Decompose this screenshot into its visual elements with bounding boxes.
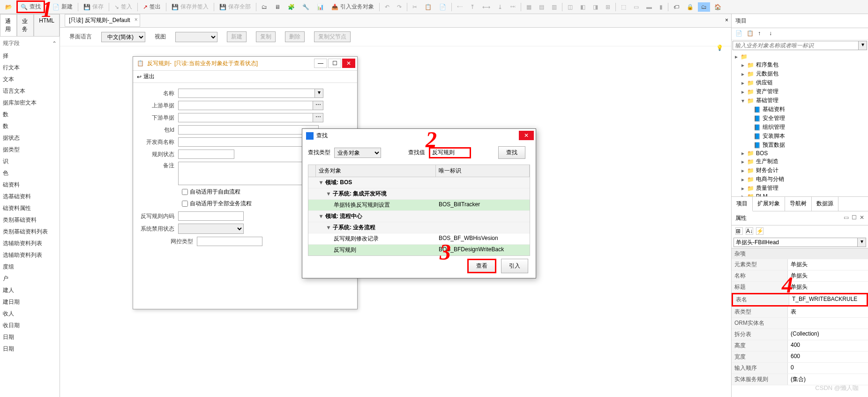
doc-delete-btn[interactable]: 删除 <box>285 31 305 42</box>
tree-node[interactable]: ▸📁资产管理 <box>733 87 866 96</box>
property-row[interactable]: 名称单据头 <box>732 270 868 282</box>
tree-node[interactable]: 📘安全管理 <box>733 114 866 123</box>
left-item[interactable]: 日期 <box>0 343 60 355</box>
tree-node[interactable]: ▸📁质量管理 <box>733 184 866 193</box>
tree-node[interactable]: ▸📁供应链 <box>733 78 866 87</box>
lightbulb-icon[interactable]: 💡 <box>716 45 726 54</box>
chevron-up-icon[interactable]: ⌃ <box>52 40 57 47</box>
left-item[interactable]: 类别基础资料 <box>0 214 60 226</box>
tree-node[interactable]: ▸📁BOS <box>733 150 866 157</box>
checkout-button[interactable]: ↗ 签出 <box>140 1 164 12</box>
auto-all-checkbox[interactable] <box>182 201 188 207</box>
minimize-button[interactable]: — <box>314 59 327 68</box>
tb-g2[interactable]: ↷ <box>394 2 405 12</box>
toolbar-open[interactable]: 📂 <box>2 2 15 12</box>
upstream-input[interactable] <box>178 101 313 110</box>
tree-node[interactable]: ▸📁生产制造 <box>733 157 866 166</box>
left-item[interactable]: 建人 <box>0 285 60 296</box>
project-search-input[interactable] <box>733 41 859 50</box>
tree-node[interactable]: ▾📁基础管理 <box>733 96 866 105</box>
find-type-select[interactable]: 业务对象 <box>334 148 381 158</box>
downstream-input[interactable] <box>178 113 313 122</box>
left-item[interactable]: 收人 <box>0 308 60 320</box>
props-element-drop[interactable]: ▾ <box>858 238 866 247</box>
left-item[interactable]: 据状态 <box>0 132 60 144</box>
tb-d3[interactable]: ▬ <box>643 2 655 12</box>
tb-e1[interactable]: 🏷 <box>670 2 682 12</box>
view-select[interactable] <box>175 32 217 42</box>
left-item[interactable]: 收日期 <box>0 320 60 331</box>
left-item[interactable]: 度组 <box>0 261 60 273</box>
name-dropdown[interactable]: ▾ <box>315 89 323 98</box>
tab-extend[interactable]: 扩展对象 <box>753 197 785 211</box>
left-item[interactable]: 识 <box>0 156 60 167</box>
doc-new-btn[interactable]: 新建 <box>227 31 247 42</box>
left-item[interactable]: 日期 <box>0 331 60 343</box>
package-input[interactable] <box>178 125 319 135</box>
props-min-icon[interactable]: ▭ <box>844 214 849 222</box>
tb-d2[interactable]: ▭ <box>630 2 642 12</box>
save-button[interactable]: 💾 保存 <box>80 1 107 12</box>
import-button[interactable]: 引入 <box>501 259 528 273</box>
tb-b1[interactable]: ▦ <box>523 2 535 12</box>
property-row[interactable]: 表类型表 <box>732 307 868 318</box>
left-item[interactable]: 础资料属性 <box>0 202 60 214</box>
left-item[interactable]: 据类型 <box>0 144 60 156</box>
tb-c2[interactable]: ◧ <box>577 2 589 12</box>
status-input[interactable] <box>178 150 234 159</box>
tb-b2[interactable]: ▤ <box>536 2 547 12</box>
close-button[interactable]: ✕ <box>342 59 355 68</box>
left-tab-general[interactable]: 通用 <box>0 14 17 36</box>
project-search-drop[interactable]: ▾ <box>859 41 867 50</box>
remark-input[interactable] <box>178 162 319 185</box>
grid-row[interactable]: ▾子系统: 集成开发环境 <box>308 188 530 200</box>
property-row[interactable]: 宽度600 <box>732 352 868 363</box>
tb-e2[interactable]: 🔒 <box>683 2 697 12</box>
tb-g3[interactable]: ✂ <box>409 2 420 12</box>
grid-row[interactable]: 单据转换反写规则设置BOS_BillTracker <box>308 200 530 211</box>
downstream-lookup[interactable]: ⋯ <box>313 113 323 122</box>
tree-node[interactable]: 📘基础资料 <box>733 105 866 114</box>
property-row[interactable]: 元素类型单据头 <box>732 259 868 270</box>
left-item[interactable]: 础资料 <box>0 179 60 191</box>
tb-d1[interactable]: ⬚ <box>618 2 629 12</box>
rp-up-icon[interactable]: ↑ <box>758 30 765 37</box>
left-item[interactable]: 类别基础资料列表 <box>0 226 60 238</box>
rp-down-icon[interactable]: ↓ <box>769 30 777 37</box>
find-close-button[interactable]: ✕ <box>519 131 534 140</box>
rp-new-icon[interactable]: 📄 <box>735 30 743 37</box>
tab-nav[interactable]: 导航树 <box>785 197 812 211</box>
tree-node[interactable]: ▸📁 <box>733 53 866 60</box>
tb-e4[interactable]: 🏠 <box>711 2 725 12</box>
document-tab[interactable]: [只读] 反写规则-_Default × <box>65 14 140 27</box>
property-row[interactable]: 输入顺序0 <box>732 363 868 374</box>
property-row[interactable]: 标题单据头 <box>732 282 868 293</box>
tb-a3[interactable]: ⟷ <box>479 2 494 12</box>
save-all-button[interactable]: 💾 保存全部 <box>216 1 254 12</box>
props-az-icon[interactable]: A↓ <box>746 227 753 235</box>
tb-ic4[interactable]: 🔧 <box>299 2 313 12</box>
new-button[interactable]: 📄 新建 <box>49 1 76 12</box>
left-item[interactable]: 文本 <box>0 74 60 85</box>
left-item[interactable]: 选辅助资料列表 <box>0 238 60 249</box>
tb-c3[interactable]: ◨ <box>590 2 601 12</box>
tb-g4[interactable]: 📋 <box>421 2 435 12</box>
props-cat-icon[interactable]: ⊞ <box>735 227 743 235</box>
grid-row[interactable]: ▾子系统: 业务流程 <box>308 222 530 233</box>
left-tab-biz[interactable]: 业务 <box>17 14 34 36</box>
tb-ic1[interactable]: 🗂 <box>258 2 270 12</box>
tree-node[interactable]: ▸📁程序集包 <box>733 60 866 69</box>
auto-free-checkbox[interactable] <box>182 189 188 195</box>
tree-node[interactable]: ▸📁元数据包 <box>733 69 866 78</box>
props-element-select[interactable] <box>733 238 858 247</box>
left-item[interactable]: 色 <box>0 167 60 179</box>
view-button[interactable]: 查看 <box>467 259 496 273</box>
tb-g5[interactable]: 📄 <box>436 2 449 12</box>
tree-node[interactable]: 📘安装脚本 <box>733 132 866 141</box>
close-tab-icon[interactable]: × <box>135 16 138 23</box>
tree-node[interactable]: ▸📁电商与分销 <box>733 175 866 184</box>
find-button[interactable]: 🔍 查找 <box>16 0 45 13</box>
maximize-button[interactable]: ☐ <box>328 59 341 68</box>
left-item[interactable]: 据库加密文本 <box>0 97 60 109</box>
nettype-input[interactable] <box>197 237 262 246</box>
